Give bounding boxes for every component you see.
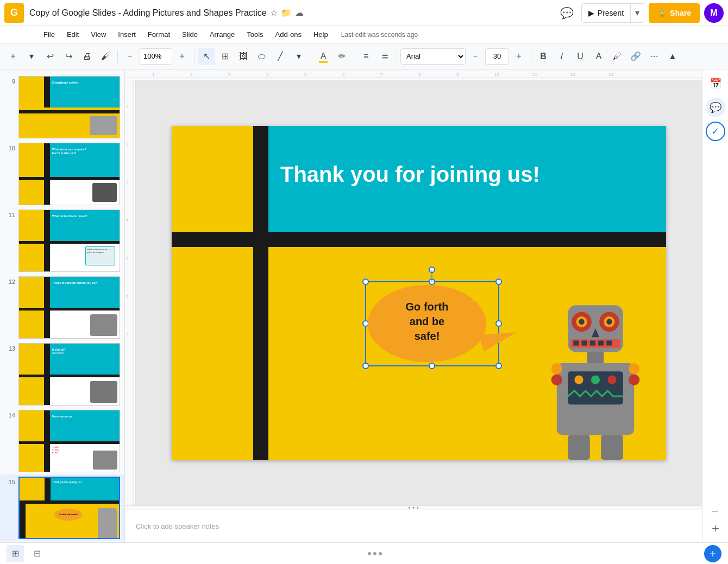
svg-text:4: 4	[266, 72, 269, 77]
redo-button[interactable]: ↪	[60, 48, 77, 65]
filmstrip-view-button[interactable]: ⊟	[28, 545, 46, 562]
check-icon-btn[interactable]: ✓	[706, 122, 725, 141]
svg-text:12: 12	[570, 72, 575, 77]
cloud-icon[interactable]: ☁	[295, 8, 304, 18]
app-icon[interactable]: G	[4, 3, 24, 23]
menu-addons[interactable]: Add-ons	[270, 28, 307, 41]
toolbar: ＋ ▾ ↩ ↪ 🖨 🖌 － ＋ ↖ ⊞ 🖼 ⬭ ╱ ▾ A ✏ ≡ ≣ Aria…	[0, 43, 728, 69]
add-button[interactable]: ＋	[4, 48, 22, 65]
print-button[interactable]: 🖨	[78, 48, 96, 65]
text-color-button[interactable]: A	[590, 48, 607, 65]
notes-drag-handle[interactable]: • • •	[125, 505, 702, 510]
menu-file[interactable]: File	[38, 28, 60, 41]
present-button[interactable]: ▶ Present ▾	[581, 3, 644, 23]
font-size-increase[interactable]: ＋	[510, 48, 528, 65]
view-controls: ⊞ ⊟	[7, 545, 46, 562]
link-button[interactable]: 🔗	[627, 48, 644, 65]
font-select[interactable]: Arial	[400, 48, 466, 65]
svg-text:1: 1	[152, 72, 155, 77]
menu-view[interactable]: View	[85, 28, 111, 41]
slide-preview-14: More resources: • Link 1• Link 2• Link 3	[18, 410, 120, 472]
present-label: Present	[598, 9, 624, 17]
underline-button[interactable]: U	[572, 48, 589, 65]
undo-button[interactable]: ↩	[41, 48, 59, 65]
title-bar: G Copy of Google Slides - Adding Picture…	[0, 0, 728, 26]
calendar-icon-btn[interactable]: 📅	[706, 74, 725, 93]
chat-icon-btn[interactable]: 💬	[706, 98, 725, 117]
slide-thumb-12[interactable]: 12 Things to consider before you buy:	[0, 274, 124, 341]
last-edit-label: Last edit was seconds ago	[341, 31, 418, 39]
bottom-right-controls: ＋	[704, 545, 721, 562]
collapse-toolbar-button[interactable]: ▲	[664, 48, 681, 65]
border-color-button[interactable]: ✏	[333, 48, 350, 65]
menu-slide[interactable]: Slide	[177, 28, 203, 41]
share-button[interactable]: 🔒 Share	[649, 3, 700, 23]
menu-bar: File Edit View Insert Format Slide Arran…	[0, 26, 728, 43]
shape-tool[interactable]: ⬭	[253, 48, 271, 65]
menu-edit[interactable]: Edit	[61, 28, 84, 41]
slides-panel: 9 Download safely. 10	[0, 69, 125, 542]
folder-icon[interactable]: 📁	[281, 8, 292, 18]
line-spacing-button[interactable]: ≣	[376, 48, 393, 65]
line-tool[interactable]: ╱	[272, 48, 289, 65]
cursor-tool[interactable]: ↖	[198, 48, 215, 65]
add-slide-button[interactable]: ＋	[704, 545, 721, 562]
svg-text:safe!: safe!	[415, 330, 440, 342]
robot-image	[536, 294, 655, 460]
bold-button[interactable]: B	[535, 48, 552, 65]
slide-thumb-10[interactable]: 10 What about my computer?Isn't it at ri…	[0, 141, 124, 207]
slide-canvas[interactable]: Thank you for joining us!	[136, 80, 702, 505]
slide-thumb-11[interactable]: 11 What protection do I need? What to lo…	[0, 207, 124, 274]
star-icon[interactable]: ☆	[270, 8, 278, 18]
italic-button[interactable]: I	[553, 48, 570, 65]
svg-point-61	[629, 374, 639, 385]
paint-format-button[interactable]: 🖌	[97, 48, 114, 65]
title-area: Copy of Google Slides - Adding Pictures …	[29, 8, 557, 18]
align-button[interactable]: ≡	[357, 48, 375, 65]
right-sidebar: 📅 💬 ✓ — ＋	[702, 69, 728, 542]
svg-point-23	[363, 279, 368, 284]
svg-text:11: 11	[532, 72, 537, 77]
svg-point-25	[496, 279, 501, 284]
menu-tools[interactable]: Tools	[241, 28, 268, 41]
menu-insert[interactable]: Insert	[112, 28, 141, 41]
svg-text:and be: and be	[410, 315, 444, 327]
zoom-input[interactable]	[140, 48, 172, 65]
image-tool[interactable]: 🖼	[235, 48, 252, 65]
fill-color-button[interactable]: A	[315, 48, 332, 65]
zoom-in-button[interactable]: ＋	[173, 48, 191, 65]
slide-thumb-9[interactable]: 9 Download safely.	[0, 74, 124, 141]
speech-bubble-svg[interactable]: Go forth and be safe!	[365, 281, 503, 370]
slide-thumb-14[interactable]: 14 More resources: • Link 1• Link 2• Lin…	[0, 408, 124, 474]
svg-rect-47	[573, 340, 579, 345]
add-dropdown[interactable]: ▾	[23, 48, 40, 65]
svg-rect-49	[590, 340, 595, 345]
svg-rect-51	[606, 340, 612, 345]
black-vertical-bar	[253, 126, 268, 460]
canvas-area: 1 2 3 4 5 6 7 8 9 10 11 12 13 1 2	[125, 69, 702, 542]
svg-point-43	[579, 319, 585, 325]
notes-area[interactable]: Click to add speaker notes	[125, 510, 702, 542]
font-size-decrease[interactable]: －	[467, 48, 484, 65]
svg-point-44	[606, 319, 612, 325]
grid-view-button[interactable]: ⊞	[7, 545, 24, 562]
svg-point-28	[429, 363, 435, 369]
slide-thumb-15[interactable]: 15 Thank you for joining us! Go forth an…	[0, 474, 124, 541]
user-avatar[interactable]: M	[704, 3, 724, 23]
menu-format[interactable]: Format	[142, 28, 175, 41]
svg-point-56	[591, 375, 600, 384]
text-tool[interactable]: ⊞	[216, 48, 234, 65]
highlight-button[interactable]: 🖊	[608, 48, 626, 65]
comments-button[interactable]: 💬	[557, 3, 577, 23]
more-options-button[interactable]: ⋯	[645, 48, 663, 65]
line-dropdown[interactable]: ▾	[290, 48, 307, 65]
zoom-out-button[interactable]: －	[121, 48, 139, 65]
dot-1	[368, 552, 371, 555]
add-side-btn[interactable]: ＋	[706, 518, 725, 538]
font-size-input[interactable]	[485, 48, 509, 65]
menu-arrange[interactable]: Arrange	[204, 28, 240, 41]
slide-thumb-13[interactable]: 13 Is that all?Not really.	[0, 341, 124, 408]
present-dropdown[interactable]: ▾	[631, 4, 644, 22]
menu-help[interactable]: Help	[308, 28, 334, 41]
svg-text:1: 1	[126, 104, 128, 108]
